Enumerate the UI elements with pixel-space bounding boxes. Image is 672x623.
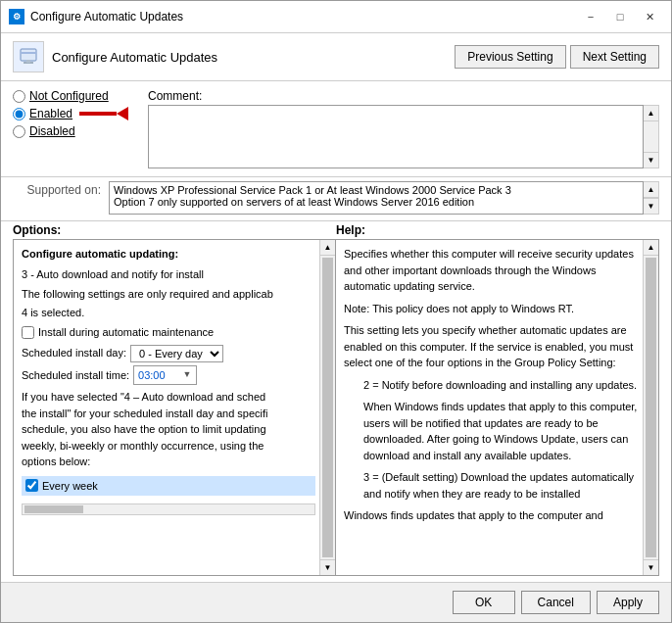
supported-label: Supported on: bbox=[13, 181, 101, 197]
title-bar: ⚙ Configure Automatic Updates − □ ✕ bbox=[1, 1, 671, 33]
options-horizontal-scrollbar[interactable] bbox=[22, 503, 315, 515]
options-vertical-scrollbar: ▲ ▼ bbox=[319, 240, 335, 575]
svg-rect-1 bbox=[21, 52, 36, 54]
scheduled-day-row: Scheduled install day: 0 - Every day bbox=[22, 345, 315, 362]
window-icon: ⚙ bbox=[9, 9, 24, 24]
scheduled-day-select[interactable]: 0 - Every day bbox=[130, 345, 223, 362]
install-maintenance-row: Install during automatic maintenance bbox=[22, 324, 315, 341]
next-setting-button[interactable]: Next Setting bbox=[570, 45, 659, 69]
options-panel: Configure automatic updating: 3 - Auto d… bbox=[13, 239, 336, 576]
supported-line1: Windows XP Professional Service Pack 1 o… bbox=[114, 184, 639, 196]
supported-scroll-down[interactable]: ▼ bbox=[644, 198, 658, 214]
install-maintenance-checkbox[interactable] bbox=[22, 326, 34, 339]
close-button[interactable]: ✕ bbox=[636, 7, 663, 26]
supported-scrollbar: ▲ ▼ bbox=[644, 181, 659, 215]
every-week-label[interactable]: Every week bbox=[42, 478, 98, 495]
not-configured-label[interactable]: Not Configured bbox=[29, 89, 109, 103]
help-line3: This setting lets you specify whether au… bbox=[344, 322, 639, 371]
header-icon bbox=[13, 41, 44, 72]
comment-textarea[interactable] bbox=[148, 105, 644, 168]
comment-label: Comment: bbox=[148, 89, 659, 103]
previous-setting-button[interactable]: Previous Setting bbox=[455, 45, 565, 69]
main-window: ⚙ Configure Automatic Updates − □ ✕ Conf… bbox=[0, 0, 672, 623]
panels-container: Configure automatic updating: 3 - Auto d… bbox=[1, 239, 671, 576]
every-week-checkbox[interactable] bbox=[25, 479, 38, 492]
radio-column: Not Configured Enabled Disabled bbox=[13, 89, 140, 168]
scroll-down-arrow[interactable]: ▼ bbox=[644, 152, 658, 168]
title-bar-controls: − □ ✕ bbox=[577, 7, 663, 26]
svg-rect-0 bbox=[21, 49, 36, 61]
options-scroll-thumb bbox=[322, 258, 333, 557]
comment-section: Comment: ▲ ▼ bbox=[148, 89, 659, 168]
arrow-head bbox=[117, 107, 128, 120]
time-dropdown[interactable]: 03:00 ▼ bbox=[133, 365, 196, 386]
every-week-row: Every week bbox=[22, 476, 315, 497]
bottom-bar: OK Cancel Apply bbox=[1, 582, 671, 622]
apply-button[interactable]: Apply bbox=[597, 591, 659, 614]
ok-button[interactable]: OK bbox=[453, 591, 515, 614]
help-scroll-down[interactable]: ▼ bbox=[644, 559, 658, 575]
help-line7: Windows finds updates that apply to the … bbox=[344, 507, 639, 524]
options-scroll-up[interactable]: ▲ bbox=[320, 240, 335, 256]
svg-rect-3 bbox=[26, 60, 30, 63]
arrow-line bbox=[79, 112, 117, 116]
options-scroll-down[interactable]: ▼ bbox=[320, 559, 335, 575]
top-section: Not Configured Enabled Disabled bbox=[1, 81, 671, 177]
header-left: Configure Automatic Updates bbox=[13, 41, 217, 72]
help-scroll-thumb bbox=[646, 258, 656, 557]
help-line6: 3 = (Default setting) Download the updat… bbox=[363, 469, 639, 502]
help-line5: When Windows finds updates that apply to… bbox=[363, 399, 639, 463]
following-settings-text: The following settings are only required… bbox=[22, 286, 315, 303]
header-buttons: Previous Setting Next Setting bbox=[455, 45, 659, 69]
scheduled-time-row: Scheduled install time: 03:00 ▼ bbox=[22, 365, 315, 386]
supported-section: Supported on: Windows XP Professional Se… bbox=[1, 177, 671, 221]
help-scroll-up[interactable]: ▲ bbox=[644, 240, 658, 256]
enabled-label[interactable]: Enabled bbox=[29, 107, 72, 120]
following-settings2-text: 4 is selected. bbox=[22, 305, 315, 321]
enabled-radio[interactable] bbox=[13, 108, 25, 120]
supported-scroll-up[interactable]: ▲ bbox=[644, 182, 658, 198]
help-line4: 2 = Notify before downloading and instal… bbox=[363, 377, 639, 394]
help-line1: Specifies whether this computer will rec… bbox=[344, 246, 639, 295]
scheduled-time-label: Scheduled install time: bbox=[22, 367, 129, 384]
arrow-indicator bbox=[79, 107, 128, 120]
disabled-radio[interactable] bbox=[13, 125, 25, 138]
main-content: Not Configured Enabled Disabled bbox=[1, 81, 671, 582]
supported-text: Windows XP Professional Service Pack 1 o… bbox=[109, 181, 644, 215]
minimize-button[interactable]: − bbox=[577, 7, 604, 26]
help-line2: Note: This policy does not apply to Wind… bbox=[344, 301, 639, 317]
maximize-button[interactable]: □ bbox=[606, 7, 634, 26]
not-configured-option[interactable]: Not Configured bbox=[13, 89, 140, 103]
disabled-option[interactable]: Disabled bbox=[13, 124, 140, 138]
scroll-up-arrow[interactable]: ▲ bbox=[644, 106, 658, 121]
cancel-button[interactable]: Cancel bbox=[521, 591, 591, 614]
header-title: Configure Automatic Updates bbox=[52, 50, 217, 65]
disabled-label[interactable]: Disabled bbox=[29, 124, 75, 138]
help-panel: Specifies whether this computer will rec… bbox=[336, 239, 659, 576]
auto-note: If you have selected "4 – Auto download … bbox=[22, 389, 315, 470]
install-maintenance-label[interactable]: Install during automatic maintenance bbox=[38, 324, 214, 341]
enabled-option[interactable]: Enabled bbox=[13, 107, 140, 120]
content-header: Configure Automatic Updates Previous Set… bbox=[1, 33, 671, 81]
scrollbar-thumb bbox=[24, 505, 83, 513]
configure-label: Configure automatic updating: bbox=[22, 246, 315, 263]
not-configured-radio[interactable] bbox=[13, 90, 25, 103]
help-section-label: Help: bbox=[336, 223, 659, 237]
auto-download-text: 3 - Auto download and notify for install bbox=[22, 266, 315, 283]
window-title: Configure Automatic Updates bbox=[30, 10, 577, 24]
scheduled-day-label: Scheduled install day: bbox=[22, 345, 126, 361]
supported-line2: Option 7 only supported on servers of at… bbox=[114, 196, 639, 208]
comment-scrollbar: ▲ ▼ bbox=[644, 105, 659, 168]
help-vertical-scrollbar: ▲ ▼ bbox=[643, 240, 658, 575]
time-value: 03:00 bbox=[138, 367, 166, 384]
time-dropdown-arrow: ▼ bbox=[183, 368, 192, 382]
options-section-label: Options: bbox=[13, 223, 336, 237]
sections-labels: Options: Help: bbox=[1, 221, 671, 239]
